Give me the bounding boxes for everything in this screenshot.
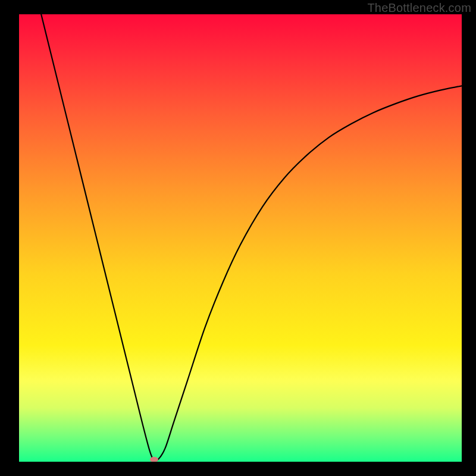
plot-area bbox=[19, 14, 462, 462]
bottleneck-chart bbox=[19, 14, 462, 462]
chart-frame: TheBottleneck.com bbox=[0, 0, 476, 476]
watermark-text: TheBottleneck.com bbox=[367, 1, 471, 15]
gradient-background bbox=[19, 14, 462, 462]
